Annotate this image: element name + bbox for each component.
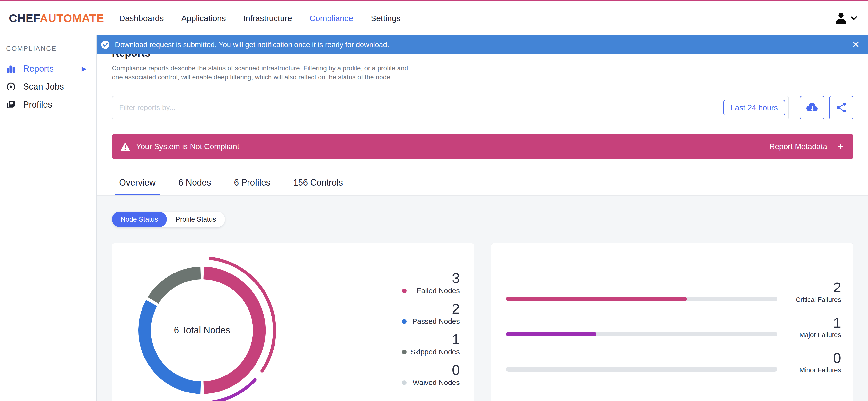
toggle-profile-status[interactable]: Profile Status — [167, 211, 225, 227]
sidebar-item-profiles[interactable]: Profiles — [0, 96, 96, 114]
share-report-button[interactable] — [829, 96, 854, 119]
main-content: Download request is submitted. You will … — [96, 35, 868, 401]
nav-settings[interactable]: Settings — [371, 13, 401, 23]
bar-value: 2 — [833, 280, 841, 295]
skipped-dot-icon — [402, 350, 406, 354]
minor-bar-track — [506, 367, 777, 372]
page-description: Compliance reports describe the status o… — [112, 64, 411, 82]
sidebar-item-label: Profiles — [23, 100, 52, 110]
tab-overview[interactable]: Overview — [115, 177, 160, 195]
share-icon — [836, 102, 847, 113]
main-nav: Dashboards Applications Infrastructure C… — [119, 13, 400, 23]
person-icon — [835, 12, 847, 25]
cloud-download-icon — [805, 102, 819, 113]
donut-legend: 3 Failed Nodes 2 Passed Nodes 1 Skipped … — [402, 271, 460, 393]
legend-item-failed: 3 Failed Nodes — [402, 271, 460, 295]
nav-compliance[interactable]: Compliance — [310, 13, 353, 23]
legend-item-waived: 0 Waived Nodes — [402, 362, 460, 387]
bar-chart-icon — [6, 64, 16, 73]
toggle-node-status[interactable]: Node Status — [112, 211, 167, 227]
download-notification-banner: Download request is submitted. You will … — [96, 35, 868, 54]
logo-part-chef: CHEF — [9, 12, 40, 25]
sidebar-item-reports[interactable]: Reports ▶ — [0, 60, 96, 78]
expand-metadata-icon[interactable]: + — [837, 141, 844, 152]
filter-toolbar: Last 24 hours — [112, 96, 854, 119]
time-range-button[interactable]: Last 24 hours — [723, 100, 785, 115]
failed-dot-icon — [402, 289, 406, 293]
legend-value: 2 — [452, 301, 460, 316]
nav-applications[interactable]: Applications — [181, 13, 226, 23]
user-menu[interactable] — [835, 12, 857, 25]
chef-automate-logo[interactable]: CHEFAUTOMATE — [9, 12, 104, 25]
close-icon[interactable]: ✕ — [852, 40, 860, 49]
legend-value: 1 — [452, 332, 460, 347]
sidebar-item-label: Reports — [23, 64, 54, 74]
critical-bar-track — [506, 297, 777, 301]
legend-label: Waived Nodes — [413, 378, 460, 387]
bar-value: 0 — [833, 350, 841, 366]
nav-dashboards[interactable]: Dashboards — [119, 13, 164, 23]
status-toggle: Node Status Profile Status — [112, 211, 225, 227]
legend-item-passed: 2 Passed Nodes — [402, 301, 460, 326]
passed-dot-icon — [402, 319, 406, 324]
node-status-card: 6 Total Nodes 3 Failed Nodes 2 Passed No… — [112, 243, 474, 401]
bar-value: 1 — [833, 315, 841, 331]
bar-label: Critical Failures — [796, 295, 841, 304]
notification-message: Download request is submitted. You will … — [115, 40, 389, 49]
download-report-button[interactable] — [800, 96, 824, 119]
chevron-down-icon — [851, 16, 857, 21]
not-compliant-banner: Your System is Not Compliant Report Meta… — [112, 134, 854, 159]
node-status-donut: 6 Total Nodes — [122, 248, 282, 401]
logo-part-automate: AUTOMATE — [40, 12, 104, 25]
bar-row-minor: 0 Minor Failures — [506, 350, 841, 374]
bar-fill — [506, 332, 596, 336]
severity-card: 2 Critical Failures 1 Major Failures — [491, 243, 854, 401]
radar-icon — [6, 82, 16, 92]
bar-row-major: 1 Major Failures — [506, 315, 841, 339]
bar-label: Major Failures — [800, 331, 841, 339]
tab-controls[interactable]: 156 Controls — [289, 177, 347, 195]
filter-reports-input[interactable] — [112, 96, 518, 119]
expand-arrow-icon[interactable]: ▶ — [82, 65, 87, 73]
legend-value: 3 — [452, 271, 460, 286]
overview-panel: Node Status Profile Status 6 Total Nodes… — [96, 195, 868, 401]
legend-item-skipped: 1 Skipped Nodes — [402, 332, 460, 356]
tab-nodes[interactable]: 6 Nodes — [174, 177, 215, 195]
report-metadata-link[interactable]: Report Metadata — [769, 142, 827, 151]
bar-label: Minor Failures — [800, 366, 841, 374]
bar-row-critical: 2 Critical Failures — [506, 280, 841, 304]
profiles-icon — [6, 100, 16, 109]
check-circle-icon — [101, 40, 110, 49]
warning-triangle-icon — [120, 142, 130, 151]
bar-fill — [506, 297, 687, 301]
donut-center-label: 6 Total Nodes — [174, 325, 230, 335]
tab-profiles[interactable]: 6 Profiles — [229, 177, 275, 195]
sidebar-item-scan-jobs[interactable]: Scan Jobs — [0, 78, 96, 96]
sidebar-item-label: Scan Jobs — [23, 81, 64, 92]
compliance-sidebar: COMPLIANCE Reports ▶ Scan Jobs — [0, 35, 96, 401]
legend-value: 0 — [452, 362, 460, 377]
report-tabs: Overview 6 Nodes 6 Profiles 156 Controls — [112, 177, 854, 195]
sidebar-section-label: COMPLIANCE — [6, 45, 96, 53]
nav-infrastructure[interactable]: Infrastructure — [243, 13, 292, 23]
legend-label: Passed Nodes — [412, 317, 460, 326]
app-header: CHEFAUTOMATE Dashboards Applications Inf… — [0, 1, 868, 35]
waived-dot-icon — [402, 380, 406, 385]
not-compliant-text: Your System is Not Compliant — [136, 142, 239, 151]
legend-label: Skipped Nodes — [410, 348, 460, 356]
legend-label: Failed Nodes — [417, 287, 460, 295]
major-bar-track — [506, 332, 777, 336]
filter-input-container: Last 24 hours — [112, 96, 789, 119]
